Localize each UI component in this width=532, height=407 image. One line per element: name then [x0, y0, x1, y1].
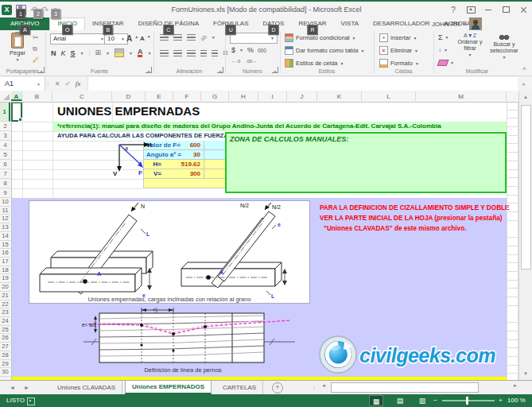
- tab-diseno-de-pagina[interactable]: DISEÑO DE PÁGINA C: [131, 17, 206, 30]
- cell-styles-button[interactable]: Estilos de celda ▼: [285, 59, 344, 68]
- ribbon-display-options-button[interactable]: [464, 3, 478, 16]
- column-header-L[interactable]: L: [362, 91, 416, 101]
- chevron-down-icon[interactable]: ▼: [37, 82, 41, 87]
- format-painter-button[interactable]: 🖉: [33, 56, 39, 64]
- tab-formulas[interactable]: FÓRMULAS U: [206, 17, 255, 30]
- conditional-formatting-button[interactable]: Formato condicional ▼: [285, 33, 356, 42]
- fill-color-icon[interactable]: [115, 48, 124, 57]
- fill-button[interactable]: ↓ ▼: [438, 46, 448, 53]
- cell-empty-yellow[interactable]: [143, 179, 225, 188]
- align-top-icon[interactable]: [160, 34, 169, 41]
- expand-formula-bar-icon[interactable]: ▼: [522, 82, 526, 87]
- add-sheet-button[interactable]: +: [272, 382, 283, 393]
- delete-cells-button[interactable]: ✕ Eliminar ▼: [379, 46, 418, 55]
- manual-calc-zone[interactable]: ZONA DE CALCULOS MANUALES:: [225, 132, 507, 193]
- column-header-G[interactable]: G: [201, 91, 229, 101]
- row-header-11[interactable]: 11: [0, 207, 10, 215]
- row-header-20[interactable]: 20: [0, 283, 10, 292]
- tab-inicio[interactable]: INICIO O: [49, 17, 84, 30]
- row-header-29[interactable]: 29: [0, 360, 10, 369]
- row-header-22[interactable]: 22: [0, 300, 10, 309]
- insert-function-button[interactable]: fx: [73, 76, 83, 91]
- zoom-slider-thumb[interactable]: [466, 397, 468, 405]
- chevron-down-icon[interactable]: ▼: [80, 51, 84, 56]
- chevron-down-icon[interactable]: ▼: [239, 48, 243, 52]
- autosum-button[interactable]: Σ ▼: [438, 33, 449, 41]
- clipboard-dialog-launcher[interactable]: [38, 67, 45, 73]
- row-header-5[interactable]: 5: [0, 150, 10, 160]
- scroll-up-icon[interactable]: ▲: [522, 95, 530, 99]
- zoom-slider-track[interactable]: [442, 400, 495, 401]
- alignment-dialog-launcher[interactable]: [217, 67, 223, 73]
- comma-style-icon[interactable]: 000: [258, 48, 266, 53]
- column-header-C[interactable]: C: [52, 91, 112, 101]
- vertical-scrollbar[interactable]: ▲ ▼: [518, 91, 532, 380]
- align-middle-icon[interactable]: [173, 34, 182, 41]
- row-header-3[interactable]: 3: [0, 131, 10, 141]
- align-center-icon[interactable]: [173, 50, 182, 56]
- formula-input[interactable]: [87, 77, 518, 91]
- zoom-in-button[interactable]: +: [499, 394, 503, 407]
- align-bottom-icon[interactable]: [187, 34, 196, 41]
- close-button[interactable]: [516, 3, 530, 16]
- sheet-tab-uniones-empernados[interactable]: Uniones EMPERNADOS: [125, 381, 212, 394]
- bold-button[interactable]: N: [51, 49, 56, 57]
- insert-cells-button[interactable]: + Insertar ▼: [379, 33, 417, 42]
- font-color-icon[interactable]: A: [138, 48, 143, 57]
- align-left-icon[interactable]: [160, 50, 169, 56]
- confirm-entry-button[interactable]: ✓: [63, 76, 72, 91]
- grow-font-button[interactable]: A▲: [126, 34, 138, 43]
- orientation-icon[interactable]: ab: [200, 33, 208, 41]
- decrease-decimal-icon[interactable]: .00→: [246, 59, 257, 64]
- sort-filter-button[interactable]: A▼Z Ordenar y filtrar ▼: [455, 33, 485, 57]
- cell-angle-value[interactable]: Angulo aº = 30: [143, 150, 225, 160]
- column-header-E[interactable]: E: [146, 91, 173, 101]
- format-cells-button[interactable]: Formato ▼: [379, 59, 419, 68]
- normal-view-button[interactable]: ▦: [369, 395, 383, 406]
- hscroll-left-icon[interactable]: ◄: [321, 383, 326, 388]
- minimize-button[interactable]: [481, 3, 495, 16]
- italic-button[interactable]: K: [61, 49, 66, 57]
- cancel-entry-button[interactable]: ✕: [52, 76, 62, 91]
- row-header-17[interactable]: 17: [0, 258, 10, 266]
- underline-button[interactable]: S: [71, 49, 76, 57]
- zoom-out-button[interactable]: −: [433, 394, 437, 407]
- chevron-down-icon[interactable]: ▼: [147, 51, 151, 56]
- tab-scroll-divider[interactable]: ⁞: [313, 384, 315, 391]
- format-as-table-button[interactable]: Dar formato como tabla ▼: [285, 46, 364, 55]
- row-header-28[interactable]: 28: [0, 351, 10, 360]
- collapse-ribbon-icon[interactable]: ˄: [522, 65, 526, 72]
- cut-button[interactable]: ✂: [33, 33, 39, 42]
- column-header-F[interactable]: F: [173, 91, 201, 101]
- horizontal-scroll-thumb[interactable]: [331, 382, 479, 393]
- sheet-tab-cartelas[interactable]: CARTELAS: [216, 381, 263, 394]
- zoom-level[interactable]: 100 %: [507, 394, 526, 407]
- align-right-icon[interactable]: [187, 50, 196, 56]
- row-header-30[interactable]: 30: [0, 368, 10, 377]
- row-header-9[interactable]: 9: [0, 188, 10, 198]
- row-header-12[interactable]: 12: [0, 215, 10, 223]
- tab-datos[interactable]: DATOS D: [256, 17, 292, 30]
- column-header-M[interactable]: M: [416, 91, 507, 101]
- select-all-corner[interactable]: [0, 91, 12, 102]
- row-header-7[interactable]: 7: [0, 169, 10, 179]
- percent-style-icon[interactable]: %: [247, 46, 254, 54]
- tab-insertar[interactable]: INSERTAR B: [85, 17, 131, 30]
- vertical-scroll-thumb[interactable]: [521, 105, 531, 269]
- decrease-indent-icon[interactable]: [200, 50, 207, 56]
- find-select-button[interactable]: Buscar y seleccionar ▼: [487, 33, 522, 60]
- column-header-H[interactable]: H: [229, 91, 258, 101]
- shrink-font-button[interactable]: A▼: [140, 35, 151, 42]
- accounting-format-icon[interactable]: $: [231, 46, 235, 54]
- page-break-view-button[interactable]: ▥: [415, 395, 429, 406]
- column-header-J[interactable]: J: [287, 91, 317, 101]
- number-dialog-launcher[interactable]: [272, 67, 278, 73]
- row-header-4[interactable]: 4: [0, 141, 10, 150]
- help-button[interactable]: ?: [446, 3, 460, 16]
- increase-indent-icon[interactable]: [212, 50, 218, 56]
- page-layout-view-button[interactable]: ▤: [393, 395, 407, 406]
- scroll-down-icon[interactable]: ▼: [522, 371, 530, 376]
- row-header-26[interactable]: 26: [0, 334, 10, 343]
- chevron-down-icon[interactable]: ▼: [106, 51, 110, 56]
- maximize-button[interactable]: [499, 3, 513, 16]
